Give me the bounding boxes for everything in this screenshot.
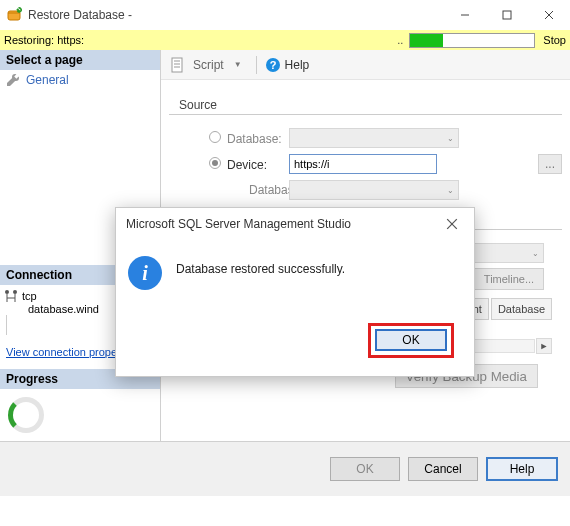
conn-line1: tcp xyxy=(22,290,37,302)
window-title: Restore Database - xyxy=(28,8,444,22)
device-browse-button[interactable]: ... xyxy=(538,154,562,174)
close-button[interactable] xyxy=(528,1,570,30)
source-database-combo: ⌄ xyxy=(289,128,459,148)
grid-col-database[interactable]: Database xyxy=(491,298,552,320)
device-input[interactable] xyxy=(289,154,437,174)
dialog-ok-button[interactable]: OK xyxy=(375,329,447,351)
page-general-label: General xyxy=(26,73,69,87)
svg-point-6 xyxy=(13,290,17,294)
svg-rect-10 xyxy=(172,58,182,72)
dialog-message: Database restored successfully. xyxy=(176,256,345,276)
svg-rect-2 xyxy=(503,11,511,19)
restore-progress-bar xyxy=(409,33,535,48)
help-icon: ? xyxy=(265,57,281,73)
toolbar: Script ▼ ? Help xyxy=(161,50,570,80)
source-database-sub-combo[interactable]: ⌄ xyxy=(289,180,459,200)
restore-ellipsis: .. xyxy=(397,34,409,46)
ok-highlight: OK xyxy=(368,323,454,358)
source-db-sublabel: Database: xyxy=(169,183,289,197)
footer-ok-button: OK xyxy=(330,457,400,481)
svg-point-5 xyxy=(5,290,9,294)
success-dialog: Microsoft SQL Server Management Studio i… xyxy=(115,207,475,377)
server-icon xyxy=(4,289,18,303)
stop-button[interactable]: Stop xyxy=(535,34,566,46)
timeline-button[interactable]: Timeline... xyxy=(474,268,544,290)
restore-label: Restoring: https: xyxy=(4,34,92,46)
dialog-title: Microsoft SQL Server Management Studio xyxy=(124,217,438,231)
source-database-radio[interactable]: Database: xyxy=(169,131,289,146)
script-dropdown[interactable]: ▼ xyxy=(232,60,248,69)
app-icon xyxy=(0,7,28,23)
close-icon xyxy=(446,218,458,230)
script-icon xyxy=(169,57,185,73)
dialog-close-button[interactable] xyxy=(438,210,466,238)
help-button[interactable]: Help xyxy=(285,58,310,72)
wrench-icon xyxy=(6,73,20,87)
progress-spinner-icon xyxy=(8,397,44,433)
script-button[interactable]: Script xyxy=(189,58,228,72)
select-page-header: Select a page xyxy=(0,50,160,70)
minimize-button[interactable] xyxy=(444,1,486,30)
svg-text:?: ? xyxy=(269,59,276,71)
titlebar: Restore Database - xyxy=(0,0,570,30)
dialog-footer: OK Cancel Help xyxy=(0,441,570,496)
restore-status-strip: Restoring: https: .. Stop xyxy=(0,30,570,50)
footer-help-button[interactable]: Help xyxy=(486,457,558,481)
source-group-title: Source xyxy=(179,98,562,112)
page-general[interactable]: General xyxy=(0,70,160,90)
footer-cancel-button[interactable]: Cancel xyxy=(408,457,478,481)
source-device-radio[interactable]: Device: xyxy=(169,157,289,172)
scroll-right-icon[interactable]: ► xyxy=(536,338,552,354)
maximize-button[interactable] xyxy=(486,1,528,30)
info-icon: i xyxy=(128,256,162,290)
